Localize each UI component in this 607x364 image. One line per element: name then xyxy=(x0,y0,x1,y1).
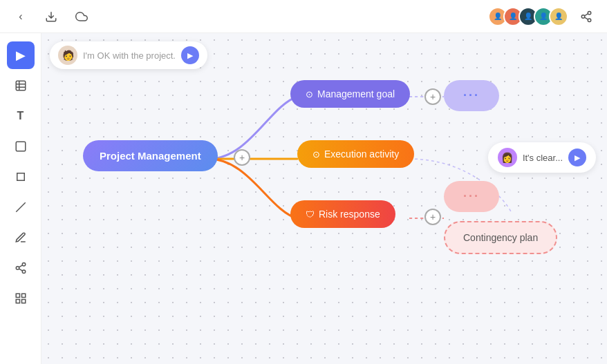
avatar-5: 👤 xyxy=(549,7,568,26)
node-contingency-label: Contingency plan xyxy=(463,232,538,243)
ai-avatar: 👩 xyxy=(498,148,517,167)
svg-point-0 xyxy=(588,11,591,15)
sidebar-item-line[interactable] xyxy=(7,193,35,221)
svg-rect-19 xyxy=(21,300,25,303)
sidebar-item-connect[interactable] xyxy=(7,254,35,282)
node-execution-activity[interactable]: ⊙ Execution activity xyxy=(297,140,414,168)
top-bar-left: ‹ xyxy=(11,7,91,26)
plus-button-center[interactable]: + xyxy=(234,149,250,166)
node-project-label: Project Management xyxy=(100,150,201,162)
ai-send-button[interactable]: ▶ xyxy=(568,149,586,166)
svg-point-14 xyxy=(22,270,26,274)
node-dots-pink[interactable]: ··· xyxy=(444,181,499,212)
node-execution-label: Execution activity xyxy=(324,149,399,160)
cloud-button[interactable] xyxy=(72,7,91,26)
user-input-text: I'm OK with the project. xyxy=(83,50,176,61)
share-button[interactable] xyxy=(577,7,596,26)
canvas[interactable]: 🧑 I'm OK with the project. ▶ 👩 It's clea… xyxy=(41,33,607,364)
svg-point-1 xyxy=(581,15,585,18)
svg-point-2 xyxy=(588,19,591,22)
node-dots-purple[interactable]: ··· xyxy=(444,80,499,111)
top-bar: ‹ 👤 👤 👤 👤 👤 xyxy=(0,0,607,33)
sidebar-item-frame[interactable] xyxy=(7,163,35,191)
dots-pink-label: ··· xyxy=(463,189,480,204)
plus-button-management[interactable]: + xyxy=(424,88,441,105)
dots-purple-label: ··· xyxy=(463,88,480,103)
user-avatar: 🧑 xyxy=(58,46,77,65)
sidebar-item-select[interactable]: ▶ xyxy=(7,41,35,69)
management-icon: ⊙ xyxy=(306,89,313,99)
sidebar: ▶ T xyxy=(0,33,41,364)
node-project-management[interactable]: Project Management xyxy=(83,140,218,171)
svg-line-16 xyxy=(19,265,22,267)
sidebar-item-draw[interactable] xyxy=(7,224,35,251)
user-input-bar[interactable]: 🧑 I'm OK with the project. ▶ xyxy=(50,41,207,69)
plus-button-risk[interactable]: + xyxy=(424,209,441,225)
node-contingency-plan[interactable]: Contingency plan xyxy=(444,221,557,254)
node-risk-response[interactable]: 🛡 Risk response xyxy=(290,200,395,228)
node-management-goal[interactable]: ⊙ Management goal xyxy=(290,80,410,108)
node-risk-label: Risk response xyxy=(319,209,380,220)
user-send-button[interactable]: ▶ xyxy=(181,46,199,64)
svg-rect-18 xyxy=(21,294,25,297)
svg-rect-5 xyxy=(16,81,26,90)
download-button[interactable] xyxy=(41,7,61,26)
sidebar-item-table[interactable] xyxy=(7,72,35,99)
svg-rect-20 xyxy=(16,300,19,303)
risk-icon: 🛡 xyxy=(306,209,315,220)
svg-point-13 xyxy=(16,267,19,270)
node-management-label: Management goal xyxy=(317,88,395,99)
svg-point-12 xyxy=(22,263,26,267)
sidebar-item-text[interactable]: T xyxy=(7,102,35,130)
sidebar-item-grid[interactable] xyxy=(7,285,35,312)
svg-line-3 xyxy=(584,17,588,19)
back-button[interactable]: ‹ xyxy=(11,7,30,26)
svg-rect-17 xyxy=(16,294,19,297)
svg-line-4 xyxy=(584,13,588,15)
svg-rect-9 xyxy=(16,142,26,151)
top-bar-right: 👤 👤 👤 👤 👤 xyxy=(488,7,596,26)
ai-chat-bubble[interactable]: 👩 It's clear... ▶ xyxy=(488,142,596,173)
svg-rect-10 xyxy=(17,173,24,181)
svg-line-11 xyxy=(16,202,26,212)
avatar-group: 👤 👤 👤 👤 👤 xyxy=(488,7,568,26)
execution-icon: ⊙ xyxy=(312,149,320,160)
ai-chat-text: It's clear... xyxy=(523,153,563,163)
sidebar-item-shape[interactable] xyxy=(7,133,35,160)
svg-line-15 xyxy=(19,269,22,271)
